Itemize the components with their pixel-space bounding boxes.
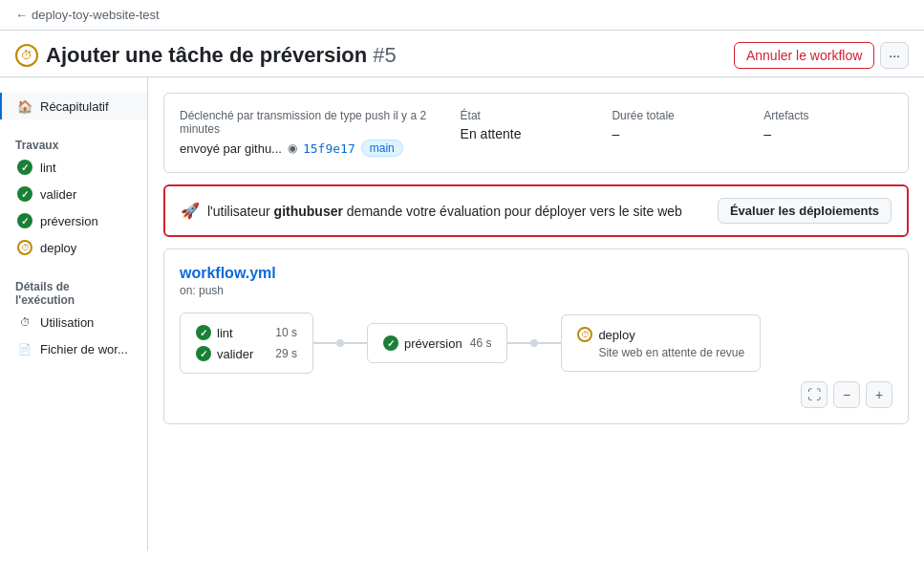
status-value: En attente: [461, 126, 590, 141]
job-name-lint: lint: [196, 325, 233, 340]
workflow-filename: workflow.yml: [180, 265, 892, 282]
valider-label: valider: [217, 347, 253, 361]
connector-line-4: [538, 342, 561, 344]
notification-text: 🚀 l'utilisateur githubuser demande votre…: [181, 202, 682, 220]
artefacts-value: –: [763, 126, 892, 141]
workflow-card: workflow.yml on: push lint 10 s: [163, 248, 909, 424]
connector-2: [507, 339, 561, 347]
lint-label: lint: [217, 326, 233, 340]
connector-line-1: [313, 342, 336, 344]
sidebar-details-label: Détails de l'exécution: [0, 276, 147, 309]
deploy-clock-icon: ⏱: [577, 327, 592, 342]
title-text: Ajouter une tâche de préversion: [46, 43, 367, 67]
deploy-status-icon: ⏱: [17, 240, 32, 255]
sidebar-item-label-lint: lint: [40, 161, 56, 175]
connector-1: [313, 339, 367, 347]
lint-time: 10 s: [275, 326, 297, 339]
preversion-time: 46 s: [470, 336, 492, 350]
duration-label: Durée totale: [612, 109, 741, 122]
sidebar-item-deploy[interactable]: ⏱ deploy: [0, 234, 147, 261]
job-row-lint: lint 10 s: [196, 325, 297, 340]
zoom-out-button[interactable]: −: [833, 381, 860, 408]
connector-line-2: [344, 342, 367, 344]
job-box-preversion: préversion 46 s: [367, 323, 507, 363]
job-box-left: lint 10 s valider 29 s: [180, 313, 313, 374]
workflow-diagram: lint 10 s valider 29 s: [180, 313, 892, 374]
branch-badge: main: [361, 140, 403, 157]
lint-check-icon: [196, 325, 211, 340]
notification-body: l'utilisateur githubuser demande votre é…: [207, 204, 682, 219]
home-icon: 🏠: [17, 98, 32, 114]
back-button[interactable]: ← deploy-toy-website-test: [15, 8, 160, 22]
diagram-controls: ⛶ − +: [180, 374, 892, 408]
sidebar-item-label-recapitulatif: Récapitulatif: [40, 99, 109, 114]
sidebar-item-recapitulatif[interactable]: 🏠 Récapitulatif: [0, 93, 147, 119]
deploy-title: ⏱ deploy: [577, 327, 744, 342]
cancel-workflow-button[interactable]: Annuler le workflow: [734, 42, 874, 69]
preversion-status-icon: [17, 213, 32, 228]
notification-prefix: l'utilisateur: [207, 204, 270, 219]
trigger-user: envoyé par githu...: [180, 141, 282, 156]
trigger-label: Déclenché par transmission de type push …: [180, 109, 438, 136]
rocket-icon: 🚀: [181, 202, 200, 220]
top-nav: ← deploy-toy-website-test: [0, 0, 924, 31]
connector-line-3: [507, 342, 530, 344]
valider-time: 29 s: [275, 347, 297, 360]
title-number: #5: [373, 43, 396, 67]
sidebar-item-label-deploy: deploy: [40, 241, 76, 255]
sidebar-item-valider[interactable]: valider: [0, 181, 147, 207]
job-row-valider: valider 29 s: [196, 346, 297, 361]
status-label: État: [461, 109, 590, 122]
sidebar-jobs-label: Travaux: [0, 135, 147, 154]
trigger-col: Déclenché par transmission de type push …: [180, 109, 438, 157]
content-area: Déclenché par transmission de type push …: [148, 77, 924, 550]
status-col: État En attente: [461, 109, 590, 141]
evaluate-deployments-button[interactable]: Évaluer les déploiements: [718, 198, 892, 224]
duration-col: Durée totale –: [612, 109, 741, 141]
sidebar-item-label-preversion: préversion: [40, 214, 98, 228]
main-layout: 🏠 Récapitulatif Travaux lint valider pré…: [0, 77, 924, 550]
sidebar-jobs-section: Travaux lint valider préversion ⏱ deploy: [0, 135, 147, 261]
trigger-details: envoyé par githu... ◉ 15f9e17 main: [180, 140, 438, 157]
zoom-in-button[interactable]: +: [866, 381, 892, 408]
title-clock-icon: ⏱: [15, 44, 38, 67]
sidebar-item-label-utilisation: Utilisation: [40, 315, 94, 330]
sidebar-item-preversion[interactable]: préversion: [0, 207, 147, 234]
file-icon: 📄: [17, 341, 32, 356]
info-card: Déclenché par transmission de type push …: [163, 93, 909, 173]
notification-banner: 🚀 l'utilisateur githubuser demande votre…: [163, 184, 909, 237]
sidebar-summary-section: 🏠 Récapitulatif: [0, 93, 147, 119]
sidebar: 🏠 Récapitulatif Travaux lint valider pré…: [0, 77, 148, 550]
preversion-check-icon: [383, 335, 398, 351]
workflow-trigger: on: push: [180, 284, 892, 297]
job-row-preversion: préversion 46 s: [383, 335, 491, 351]
artefacts-label: Artefacts: [763, 109, 892, 122]
header-actions: Annuler le workflow ···: [734, 42, 909, 69]
deploy-subtitle: Site web en attente de revue: [577, 346, 744, 359]
notification-username: githubuser: [274, 204, 343, 219]
job-name-preversion: préversion: [383, 335, 462, 351]
lint-status-icon: [17, 160, 32, 175]
expand-button[interactable]: ⛶: [801, 381, 827, 408]
connector-dot-2: [530, 339, 538, 347]
git-branch-icon: ◉: [288, 141, 297, 155]
more-options-button[interactable]: ···: [880, 42, 909, 69]
commit-link[interactable]: 15f9e17: [303, 141, 355, 156]
page-header: ⏱ Ajouter une tâche de préversion #5 Ann…: [0, 31, 924, 77]
connector-dot-1: [336, 339, 344, 347]
back-arrow-icon: ←: [15, 8, 28, 22]
duration-value: –: [612, 126, 741, 141]
job-box-deploy: ⏱ deploy Site web en attente de revue: [561, 314, 761, 372]
sidebar-item-label-valider: valider: [40, 187, 76, 202]
valider-status-icon: [17, 186, 32, 202]
sidebar-item-fichier[interactable]: 📄 Fichier de wor...: [0, 335, 147, 362]
sidebar-item-lint[interactable]: lint: [0, 154, 147, 181]
job-name-valider: valider: [196, 346, 253, 361]
sidebar-item-label-fichier: Fichier de wor...: [40, 342, 128, 356]
notification-suffix: demande votre évaluation pour déployer v…: [347, 204, 682, 219]
sidebar-details-section: Détails de l'exécution ⏱ Utilisation 📄 F…: [0, 276, 147, 362]
valider-check-icon: [196, 346, 211, 361]
deploy-label: deploy: [598, 328, 634, 342]
sidebar-item-utilisation[interactable]: ⏱ Utilisation: [0, 309, 147, 335]
repo-name: deploy-toy-website-test: [32, 8, 160, 22]
